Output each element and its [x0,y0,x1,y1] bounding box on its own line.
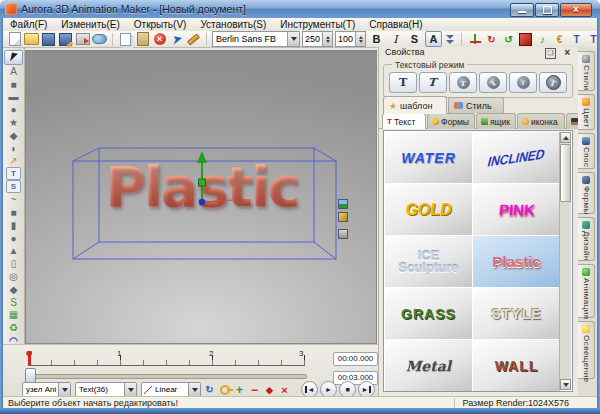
side-tab-texture[interactable]: Спос [578,133,595,169]
text-raise-button[interactable]: T [569,32,584,46]
template-item-pink[interactable]: PINK [473,184,560,235]
subtab-shapes[interactable]: Формы [427,113,475,129]
font-size-stepper[interactable] [322,32,332,46]
current-time-field[interactable]: 00:00.000 [333,352,378,366]
tab-template[interactable]: ★ шаблон [383,96,447,114]
export-button[interactable] [75,32,90,46]
note-effect-button[interactable]: ♪ [535,32,550,46]
terrain-tool[interactable]: ▦ [5,309,22,322]
subtab-icon[interactable]: иконка [517,113,565,129]
text-mode-sphere-small-button[interactable]: T [509,72,537,93]
timeline-playhead[interactable] [28,351,31,365]
panel-float-button[interactable]: ❏ [545,48,556,59]
scrollbar-thumb[interactable] [560,144,571,202]
tube-object-tool[interactable]: ▯ [5,257,22,270]
add-keyframe-button[interactable]: + [233,383,246,396]
delete-all-keys-button[interactable]: × [278,383,291,396]
text-frame-tool[interactable]: T [6,167,21,180]
side-tab-light[interactable]: Освещение [578,321,595,379]
menu-edit[interactable]: Изменить(E) [54,19,126,30]
rotate-cw-button[interactable]: ↻ [484,32,499,46]
text-mode-flat-button[interactable]: T [389,72,417,93]
font-size-field[interactable]: 250 [302,31,333,47]
text-mode-skew-button[interactable]: T [419,72,447,93]
edit-tool-button[interactable] [186,32,201,46]
side-tab-design[interactable]: Дизайн [578,217,595,261]
viewport-canvas[interactable]: Plastic [25,50,377,344]
freeform-shape-tool[interactable]: ◗ [5,142,22,155]
text-mode-sphere-tilt-button[interactable]: T [479,72,507,93]
save-as-button[interactable] [58,32,73,46]
template-item-water[interactable]: WATER [385,132,472,183]
object-handle-scale[interactable] [338,199,348,209]
strike-button[interactable]: S [406,31,423,47]
s-curve-tool[interactable]: S [5,296,22,309]
menu-help[interactable]: Справка(H) [362,19,429,30]
font-family-dropdown-button[interactable] [287,32,299,46]
rect-shape-tool[interactable]: ■ [5,78,22,91]
template-item-wall[interactable]: WALL [473,340,560,391]
dropdown-button[interactable] [188,383,200,396]
axis-mode-button[interactable] [467,32,482,46]
minimize-button[interactable] [510,3,534,17]
object-handle-rotate[interactable] [338,212,348,222]
more-styles-button[interactable] [444,35,456,44]
close-button[interactable]: × [560,3,592,17]
cube-mode-button[interactable] [518,32,533,46]
interpolation-select[interactable]: Linear [141,382,201,397]
paste-button[interactable] [135,32,150,46]
menu-view[interactable]: Открыть(V) [127,19,194,30]
template-item-metal[interactable]: Metal [385,340,472,391]
select-tool[interactable] [4,50,23,65]
symbol-frame-tool[interactable]: S [6,180,21,193]
new-document-button[interactable] [7,32,22,46]
template-item-inclined[interactable]: INCLINED [473,132,560,183]
cube-object-tool[interactable]: ■ [5,206,22,219]
color-button[interactable]: A [425,31,442,47]
gallery-scrollbar[interactable] [559,132,571,390]
dropdown-button[interactable] [124,383,136,396]
template-item-style[interactable]: STYLE [473,288,560,339]
timeline-ruler[interactable]: 0 1 2 3 [28,351,305,366]
template-item-plastic[interactable]: Plastic [473,236,560,287]
record-key-button[interactable] [218,383,231,396]
tab-style[interactable]: Стиль [448,97,504,113]
side-tab-styles[interactable]: Стили [578,51,595,91]
cylinder-object-tool[interactable]: ▮ [5,219,22,232]
euro-effect-button[interactable]: € [552,32,567,46]
spline-tool[interactable]: ~ [5,193,22,206]
roundrect-shape-tool[interactable]: ▬ [5,91,22,104]
open-button[interactable] [24,32,39,46]
side-tab-animation[interactable]: Анимация [578,264,595,318]
text-tool[interactable]: A [5,65,22,78]
maximize-button[interactable] [535,3,559,17]
model-import-tool[interactable]: ♻ [5,321,22,334]
polygon-shape-tool[interactable]: ◆ [5,129,22,142]
menu-set[interactable]: Установить(S) [193,19,273,30]
copy-button[interactable] [118,32,133,46]
star-shape-tool[interactable]: ★ [5,116,22,129]
template-item-gold[interactable]: GOLD [385,184,472,235]
rotate-ccw-button[interactable]: ↺ [501,32,516,46]
arrow-shape-tool[interactable]: ↗ [5,155,22,168]
scroll-down-button[interactable] [560,379,571,390]
cone-object-tool[interactable]: ▲ [5,245,22,258]
keyframe-marker-button[interactable]: ◆ [263,383,276,396]
share-button[interactable] [92,32,107,46]
text-lower-button[interactable]: T [586,32,600,46]
extrude-object-tool[interactable]: ◆ [5,283,22,296]
text-mode-sphere-ring-button[interactable]: T [539,72,567,93]
torus-object-tool[interactable]: ◎ [5,270,22,283]
text-mode-sphere-button[interactable]: T [449,72,477,93]
subtab-box[interactable]: ящик [476,113,516,129]
menu-tools[interactable]: Инструменты(T) [273,19,362,30]
object-handle-depth[interactable] [338,229,348,239]
delete-button[interactable]: × [152,32,167,46]
template-item-ice[interactable]: ICESculpture [385,236,472,287]
side-tab-shapes[interactable]: Формы [578,172,595,214]
panel-close-button[interactable]: × [564,47,570,58]
timeline-slider-track[interactable] [28,374,307,379]
scroll-up-button[interactable] [560,132,571,143]
font-depth-stepper[interactable] [355,32,365,46]
bold-button[interactable]: B [368,31,385,47]
